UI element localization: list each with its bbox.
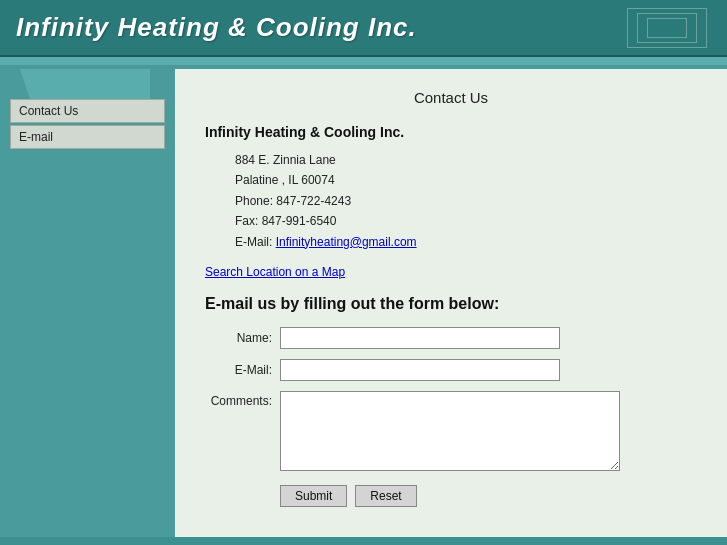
address-block: 884 E. Zinnia Lane Palatine , IL 60074 P… bbox=[235, 150, 697, 252]
fax: Fax: 847-991-6540 bbox=[235, 211, 697, 231]
address-line1: 884 E. Zinnia Lane bbox=[235, 150, 697, 170]
address-line2: Palatine , IL 60074 bbox=[235, 170, 697, 190]
email-row: E-Mail: bbox=[205, 359, 697, 381]
map-link[interactable]: Search Location on a Map bbox=[205, 265, 345, 279]
contact-form: Name: E-Mail: Comments: Submit Reset bbox=[205, 327, 697, 507]
main-layout: Contact Us E-mail Contact Us Infinity He… bbox=[0, 69, 727, 537]
email-field-label: E-Mail: bbox=[205, 363, 280, 377]
subheader-bar bbox=[0, 57, 727, 65]
header-decoration bbox=[507, 3, 707, 53]
phone: Phone: 847-722-4243 bbox=[235, 191, 697, 211]
submit-button[interactable]: Submit bbox=[280, 485, 347, 507]
email-label: E-Mail: bbox=[235, 235, 276, 249]
email-link[interactable]: Infinityheating@gmail.com bbox=[276, 235, 417, 249]
email-line: E-Mail: Infinityheating@gmail.com bbox=[235, 232, 697, 252]
email-input[interactable] bbox=[280, 359, 560, 381]
comments-label: Comments: bbox=[205, 391, 280, 408]
page-title: Contact Us bbox=[205, 89, 697, 106]
company-name: Infinity Heating & Cooling Inc. bbox=[205, 124, 697, 140]
comments-textarea[interactable] bbox=[280, 391, 620, 471]
form-heading: E-mail us by filling out the form below: bbox=[205, 295, 697, 313]
sidebar: Contact Us E-mail bbox=[0, 69, 175, 537]
name-input[interactable] bbox=[280, 327, 560, 349]
site-header: Infinity Heating & Cooling Inc. bbox=[0, 0, 727, 57]
comments-row: Comments: bbox=[205, 391, 697, 471]
content-area: Contact Us Infinity Heating & Cooling In… bbox=[175, 69, 727, 537]
sidebar-item-email[interactable]: E-mail bbox=[10, 125, 165, 149]
name-row: Name: bbox=[205, 327, 697, 349]
form-buttons: Submit Reset bbox=[280, 485, 697, 507]
reset-button[interactable]: Reset bbox=[355, 485, 416, 507]
name-label: Name: bbox=[205, 331, 280, 345]
sidebar-item-contact-us[interactable]: Contact Us bbox=[10, 99, 165, 123]
